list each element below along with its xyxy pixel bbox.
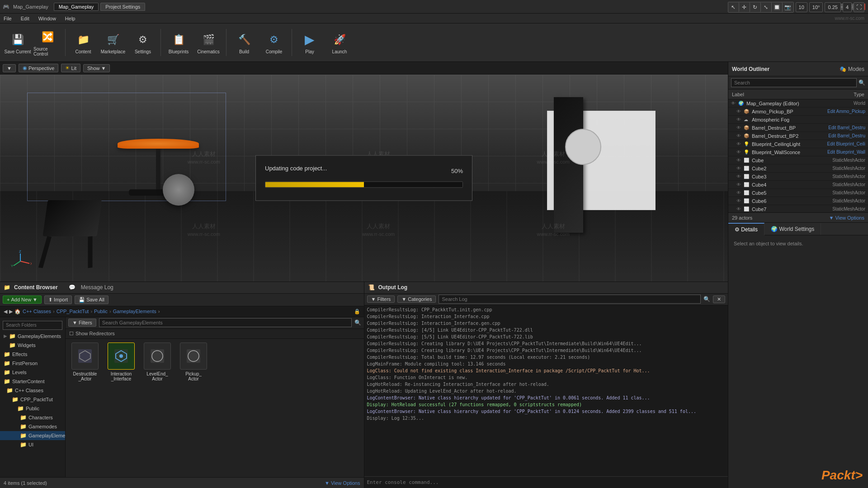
forward-button[interactable]: ▶ [9,309,13,314]
source-control-button[interactable]: 🔀 Source Control [33,26,61,59]
visibility-icon[interactable]: 👁 [736,206,742,211]
folder-firstperson[interactable]: 📁 FirstPerson [0,359,65,368]
visibility-icon[interactable]: 👁 [736,166,742,171]
import-button[interactable]: ⬆ Import [44,296,72,304]
rotate-tool-button[interactable]: ↻ [750,2,761,12]
folder-gameplay-elements[interactable]: ▶ 📁 GameplayElements [0,332,65,341]
folder-starter-content[interactable]: 📁 StarterContent [0,377,65,386]
cinematics-button[interactable]: 🎬 Cinematics [194,26,222,59]
launch-button[interactable]: 🚀 Launch [326,26,354,59]
back-button[interactable]: ◀ [4,309,7,314]
content-item-destructible[interactable]: Destructible_Actor [69,343,101,381]
folder-characters[interactable]: 📁 Characters [0,413,65,422]
menu-window[interactable]: Window [37,15,58,22]
outliner-item-ammo-pickup[interactable]: 👁 📦 Ammo_Pickup_BP Edit Ammo_Pickup [728,108,868,116]
menu-file[interactable]: File [2,15,14,22]
visibility-icon[interactable]: 👁 [736,150,742,155]
viewport-dropdown-button[interactable]: ▼ [3,64,16,72]
maximize-viewport-button[interactable]: ⛶ [854,2,864,12]
visibility-icon[interactable]: 👁 [731,101,736,106]
folder-levels[interactable]: 📁 Levels [0,368,65,377]
log-search-input[interactable] [439,295,701,304]
outliner-item-barrel-destruct[interactable]: 👁 📦 Barrel_Destruct_BP Edit Barrel_Destr… [728,124,868,132]
folder-widgets[interactable]: 📁 Widgets [0,341,65,350]
home-button[interactable]: 🏠 [14,309,21,314]
grid-size-display[interactable]: 10 [796,2,807,12]
folder-gameplay-elements-sub[interactable]: 📁 GameplayElement [0,431,65,440]
outliner-search-input[interactable] [731,78,857,87]
log-categories-button[interactable]: ▼ Categories [397,296,436,303]
3d-viewport[interactable]: 人人素材www.rr-sc.com 人人素材www.rr-sc.com 人人素材… [0,75,728,282]
content-item-interaction[interactable]: Interaction_Interface [105,343,137,381]
outliner-item-cube7[interactable]: 👁 ⬜ Cube7 StaticMeshActor [728,205,868,212]
folder-gamemodes[interactable]: 📁 Gamemodes [0,422,65,431]
content-item-levelend[interactable]: LevelEnd_Actor [142,343,173,381]
folder-cpp-classes[interactable]: 📁 C++ Classes [0,386,65,395]
visibility-icon[interactable]: 👁 [736,182,742,187]
scale-size-display[interactable]: 0.25 [825,2,840,12]
perspective-button[interactable]: ◉ Perspective [19,64,58,72]
camera-speed-display[interactable]: 4 [843,2,852,12]
folder-search-input[interactable] [3,321,62,330]
visibility-icon[interactable]: 👁 [736,198,742,203]
path-cpp-classes[interactable]: C++ Classes [23,309,51,314]
rotation-size-display[interactable]: 10° [809,2,823,12]
save-all-button[interactable]: 💾 Save All [75,296,108,304]
view-options-button[interactable]: ▼ View Options [829,215,864,221]
visibility-icon[interactable]: 👁 [736,190,742,195]
lit-button[interactable]: ☀ Lit [61,64,80,72]
view-options-button[interactable]: ▼ View Options [325,480,360,486]
marketplace-button[interactable]: 🛒 Marketplace [99,26,127,59]
menu-help[interactable]: Help [63,15,77,22]
log-clear-button[interactable]: ✕ [713,296,725,303]
folder-public[interactable]: 📁 Public [0,404,65,413]
compile-button[interactable]: ⚙ Compile [260,26,288,59]
visibility-icon[interactable]: 👁 [736,125,742,130]
visibility-icon[interactable]: 👁 [736,117,742,122]
content-item-pickup[interactable]: Pickup_Actor [178,343,209,381]
play-button[interactable]: ▶ Play [296,26,324,59]
folder-cpp-packttut[interactable]: 📁 CPP_PacktTut [0,395,65,404]
add-new-button[interactable]: + Add New ▼ [3,296,42,304]
folder-effects[interactable]: 📁 Effects [0,350,65,359]
folder-ui[interactable]: 📁 UI [0,440,65,449]
visibility-icon[interactable]: 👁 [736,109,742,114]
tab-map-gameplay[interactable]: Map_Gameplay [54,3,99,11]
select-tool-button[interactable]: ↖ [728,2,739,12]
outliner-item-atmospheric-fog[interactable]: 👁 ☁ Atmospheric Fog [728,116,868,124]
build-button[interactable]: 🔨 Build [230,26,258,59]
path-cpp-packttut[interactable]: CPP_PacktTut [57,309,89,314]
visibility-icon[interactable]: 👁 [736,141,742,146]
tab-project-settings[interactable]: Project Settings [100,3,145,11]
outliner-item-cube6[interactable]: 👁 ⬜ Cube6 StaticMeshActor [728,197,868,205]
settings-button[interactable]: ⚙ Settings [129,26,157,59]
path-gameplay-elements[interactable]: GameplayElements [113,309,156,314]
outliner-item-ceiling-light[interactable]: 👁 💡 Blueprint_CeilingLight Edit Blueprin… [728,140,868,148]
outliner-item-barrel-destruct2[interactable]: 👁 📦 Barrel_Destruct_BP2 Edit Barrel_Dest… [728,132,868,140]
scale-tool-button[interactable]: ⤡ [761,2,772,12]
content-button[interactable]: 📁 Content [69,26,97,59]
outliner-item-map-gameplay[interactable]: 👁 🌍 Map_Gameplay (Editor) World [728,99,868,108]
outliner-item-cube3[interactable]: 👁 ⬜ Cube3 StaticMeshActor [728,173,868,181]
move-tool-button[interactable]: ✛ [739,2,750,12]
outliner-item-cube4[interactable]: 👁 ⬜ Cube4 StaticMeshActor [728,181,868,189]
menu-edit[interactable]: Edit [19,15,31,22]
visibility-icon[interactable]: 👁 [736,158,742,163]
tab-details[interactable]: ⚙ Details [728,223,764,235]
tab-world-settings[interactable]: 🌍 World Settings [764,223,821,235]
path-public[interactable]: Public [94,309,108,314]
log-filters-button[interactable]: ▼ Filters [367,296,395,303]
filters-button[interactable]: ▼ Filters [68,319,96,327]
visibility-icon[interactable]: 👁 [736,133,742,138]
outliner-item-cube5[interactable]: 👁 ⬜ Cube5 StaticMeshActor [728,189,868,197]
show-button[interactable]: Show ▼ [83,64,110,72]
save-button[interactable]: 💾 Save Current [4,26,32,59]
console-command-input[interactable] [367,478,726,487]
outliner-item-cube[interactable]: 👁 ⬜ Cube StaticMeshActor [728,156,868,164]
outliner-item-cube2[interactable]: 👁 ⬜ Cube2 StaticMeshActor [728,164,868,173]
blueprints-button[interactable]: 📋 Blueprints [165,26,193,59]
visibility-icon[interactable]: 👁 [736,174,742,179]
checkbox-redirectors[interactable]: ☐ [69,331,74,337]
camera-tool-button[interactable]: 📷 [783,2,793,12]
content-search-input[interactable] [99,318,352,327]
